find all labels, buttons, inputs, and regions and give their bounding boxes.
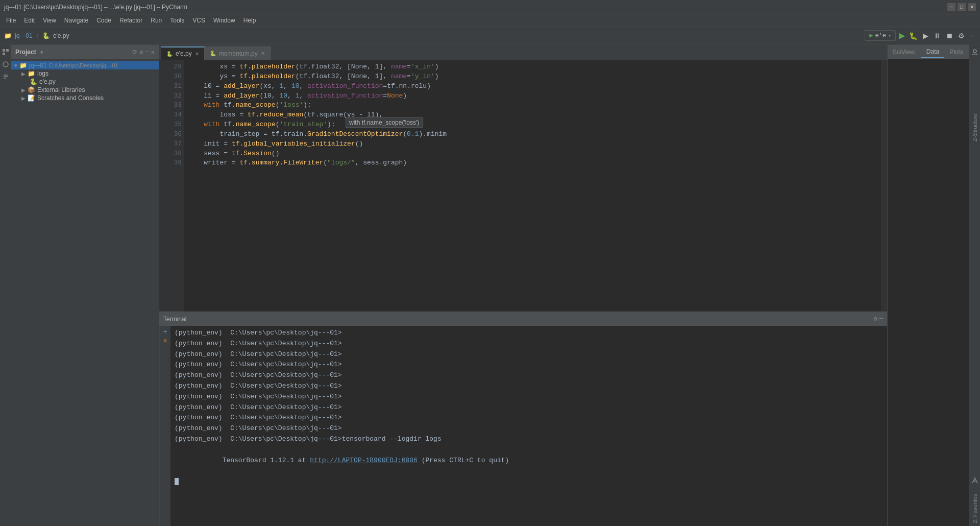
menu-code[interactable]: Code <box>92 16 115 25</box>
tree-root-path: C:\Users\pc\Desktop\jq---01 <box>49 62 118 68</box>
minimize-button[interactable]: ─ <box>947 3 955 11</box>
run-config-icon: ▶ <box>869 32 873 39</box>
run-button[interactable]: ▶ <box>899 31 905 40</box>
terminal-minimize-icon[interactable]: ─ <box>879 315 883 323</box>
tab-label-momentum: momentum.py <box>219 50 258 57</box>
left-icon-1[interactable] <box>1 47 11 57</box>
left-icon-3[interactable] <box>1 71 11 82</box>
maximize-button[interactable]: □ <box>958 3 966 11</box>
toolbar-breadcrumb-project[interactable]: jq---01 <box>15 32 33 39</box>
project-title: Project <box>15 49 36 56</box>
toolbar-sep: › <box>36 32 39 39</box>
terminal-container: Terminal ⚙ ─ + × (python_env) C:\Users\p… <box>159 312 887 526</box>
right-icon-1[interactable] <box>970 47 980 57</box>
code-line-33: with tf.name_scope('loss'): <box>188 101 877 110</box>
term-line-10: (python_env) C:\Users\pc\Desktop\jq---01… <box>175 423 883 434</box>
code-line-34: loss = tf.reduce_mean(tf.square(ys - l1)… <box>188 110 877 120</box>
tab-label-eepy: e'e.py <box>176 50 192 57</box>
sciview-content <box>888 59 969 526</box>
main-layout: Project ▾ ⟳ ⚙ ─ ✕ ▼ 📁 jq---01 C:\Users\p… <box>0 45 980 526</box>
minimize-panel-button[interactable]: ─ <box>969 31 976 41</box>
new-terminal-button[interactable]: + <box>163 328 167 335</box>
tree-icon-root: 📁 <box>19 62 27 69</box>
tree-arrow-root: ▼ <box>13 63 19 68</box>
tree-arrow-logs: ▶ <box>21 71 28 77</box>
z-structure-label[interactable]: Z-Structure <box>971 109 979 146</box>
term-tensorboard-line: TensorBoard 1.12.1 at http://LAPTOP-1B90… <box>175 445 883 476</box>
tree-item-logs[interactable]: ▶ 📁 logs <box>11 69 159 78</box>
svg-point-3 <box>3 62 8 67</box>
z-structure-panel[interactable]: Z-Structure <box>969 102 980 153</box>
svg-rect-0 <box>3 49 5 52</box>
menu-refactor[interactable]: Refactor <box>115 16 146 25</box>
titlebar-title: jq---01 [C:\Users\pc\Desktop\jq---01] – … <box>4 4 187 11</box>
tree-item-ext-libs[interactable]: ▶ 📦 External Libraries <box>11 86 159 94</box>
menu-run[interactable]: Run <box>146 16 166 25</box>
terminal-header-right: ⚙ ─ <box>874 315 883 323</box>
tensorboard-prefix: TensorBoard 1.12.1 at <box>223 457 310 464</box>
project-sync-icon[interactable]: ⟳ <box>132 49 137 56</box>
menu-view[interactable]: View <box>39 16 60 25</box>
code-line-31: l0 = add_layer(xs, 1, 10, activation_fun… <box>188 82 877 91</box>
tab-momentum[interactable]: 🐍 momentum.py ✕ <box>205 46 271 60</box>
terminal-body[interactable]: (python_env) C:\Users\pc\Desktop\jq---01… <box>170 326 887 526</box>
code-area[interactable]: xs = tf.placeholder(tf.float32, [None, 1… <box>184 60 881 312</box>
term-line-9: (python_env) C:\Users\pc\Desktop\jq---01… <box>175 413 883 423</box>
code-line-30: ys = tf.placeholder(tf.float32, [None, 1… <box>188 72 877 82</box>
line-numbers: 29 30 31 32 33 34 35 36 37 38 39 <box>159 60 184 312</box>
sciview-tabs: SciView: Data Plots ⚙ ─ <box>888 45 969 59</box>
debug-button[interactable]: 🐛 <box>908 31 919 41</box>
tab-icon-eepy: 🐍 <box>166 51 173 57</box>
toolbar-breadcrumb-file[interactable]: e'e.py <box>53 32 69 39</box>
tree-item-eepy[interactable]: 🐍 e'e.py <box>11 78 159 86</box>
right-icon-2[interactable] <box>970 475 980 486</box>
run-with-coverage-button[interactable]: ▶ <box>922 31 929 41</box>
tensorboard-link[interactable]: http://LAPTOP-1B900EDJ:6006 <box>310 457 418 464</box>
term-line-5: (python_env) C:\Users\pc\Desktop\jq---01… <box>175 370 883 381</box>
tab-eepy[interactable]: 🐍 e'e.py ✕ <box>161 46 205 60</box>
tree-item-scratches[interactable]: ▶ 📝 Scratches and Consoles <box>11 94 159 102</box>
settings-button[interactable]: ⚙ <box>957 31 966 41</box>
menu-window[interactable]: Window <box>209 16 239 25</box>
term-line-2: (python_env) C:\Users\pc\Desktop\jq---01… <box>175 339 883 349</box>
term-cursor-line <box>175 476 883 487</box>
sciview-tab-data[interactable]: Data <box>921 46 944 58</box>
terminal-sessions: + × <box>159 326 170 526</box>
editor-scrollbar[interactable] <box>881 60 887 312</box>
menu-help[interactable]: Help <box>239 16 260 25</box>
tab-close-momentum[interactable]: ✕ <box>261 51 265 56</box>
project-gear-icon[interactable]: ⚙ <box>139 49 143 56</box>
project-tree: ▼ 📁 jq---01 C:\Users\pc\Desktop\jq---01 … <box>11 59 159 526</box>
code-line-38: sess = tf.Session() <box>188 149 877 159</box>
project-close-icon[interactable]: ✕ <box>151 49 155 56</box>
tree-label-ext-libs: External Libraries <box>37 86 85 93</box>
terminal-header: Terminal ⚙ ─ <box>159 312 887 326</box>
close-button[interactable]: ✕ <box>968 3 976 11</box>
menu-vcs[interactable]: VCS <box>188 16 209 25</box>
code-line-36: train_step = tf.train.GradientDescentOpt… <box>188 130 877 139</box>
menu-tools[interactable]: Tools <box>166 16 188 25</box>
menu-navigate[interactable]: Navigate <box>60 16 92 25</box>
pause-button[interactable]: ⏸ <box>933 31 942 41</box>
left-icon-2[interactable] <box>1 59 11 69</box>
terminal-settings-icon[interactable]: ⚙ <box>874 315 877 323</box>
favorites-label[interactable]: 2: Favorites <box>971 491 979 526</box>
terminal-title: Terminal <box>163 316 186 323</box>
menu-edit[interactable]: Edit <box>20 16 39 25</box>
run-config-dropdown[interactable]: ▶ e'e ▾ <box>865 30 896 41</box>
editor-content: 29 30 31 32 33 34 35 36 37 38 39 xs = tf… <box>159 60 887 312</box>
term-line-3: (python_env) C:\Users\pc\Desktop\jq---01… <box>175 349 883 360</box>
code-line-35: with tf.name_scope('train_step'): <box>188 120 877 130</box>
tree-label-root: jq---01 <box>29 62 47 69</box>
tab-close-eepy[interactable]: ✕ <box>195 51 199 57</box>
term-line-6: (python_env) C:\Users\pc\Desktop\jq---01… <box>175 381 883 392</box>
tensorboard-suffix: (Press CTRL+C to quit) <box>418 457 509 464</box>
close-terminal-button[interactable]: × <box>163 337 167 344</box>
svg-point-4 <box>973 50 976 53</box>
project-collapse-icon[interactable]: ─ <box>145 49 149 56</box>
stop-button[interactable]: ⏹ <box>945 31 954 41</box>
sciview-tab-plots[interactable]: Plots <box>944 46 968 58</box>
sciview-label: SciView: <box>888 46 921 58</box>
tree-item-root[interactable]: ▼ 📁 jq---01 C:\Users\pc\Desktop\jq---01 <box>11 61 159 69</box>
menu-file[interactable]: File <box>2 16 20 25</box>
